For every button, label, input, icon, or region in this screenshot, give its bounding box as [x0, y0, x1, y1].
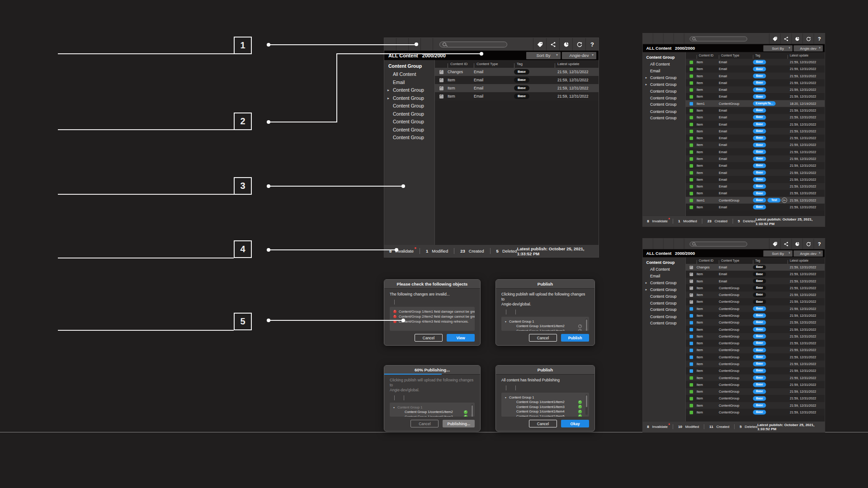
status-square[interactable]	[689, 178, 693, 181]
status-square[interactable]	[689, 266, 693, 269]
status-square[interactable]	[689, 335, 693, 338]
table-row[interactable]: Item ContentGroup Base 21:59, 12/31/2022	[686, 395, 825, 402]
tag-pill[interactable]: Base	[753, 115, 766, 120]
column-header[interactable]: Content ID	[697, 259, 719, 263]
sidebar-item[interactable]: All Content	[643, 61, 685, 68]
status-square[interactable]	[689, 95, 693, 99]
status-square[interactable]	[689, 404, 693, 407]
realm-dropdown[interactable]: Angie-dev	[794, 250, 823, 257]
status-square[interactable]	[689, 136, 693, 140]
tag-pill[interactable]: Base	[753, 389, 766, 394]
table-row[interactable]: Item Email Base 21:59, 12/31/2022	[686, 141, 825, 148]
tag-pill[interactable]: Base	[753, 369, 766, 373]
tag-pill[interactable]: Base	[514, 69, 529, 75]
table-row[interactable]: Item Email Base 21:59, 12/31/2022	[686, 93, 825, 100]
sidebar-item[interactable]: Content Group	[643, 75, 685, 81]
status-square[interactable]	[689, 328, 693, 331]
table-row[interactable]: Item Email Base 21:59, 12/31/2022	[686, 135, 825, 141]
table-row[interactable]: Item Email Base 21:59, 12/31/2022	[686, 107, 825, 114]
status-square[interactable]	[689, 369, 693, 373]
tag-pill[interactable]: Base	[753, 184, 766, 189]
cancel-button[interactable]: Cancel	[529, 334, 557, 342]
sidebar-item[interactable]: Email	[643, 68, 685, 75]
scrollbar-thumb[interactable]	[586, 319, 587, 331]
sidebar-item[interactable]: Content Group	[643, 88, 685, 94]
table-row[interactable]: Item ContentGroup Base 21:59, 12/31/2022	[686, 409, 825, 416]
scrollbar-thumb[interactable]	[472, 405, 473, 417]
tag-pill[interactable]: Base	[753, 361, 766, 366]
status-square[interactable]	[689, 293, 693, 297]
status-square[interactable]	[689, 171, 693, 174]
status-square[interactable]	[689, 272, 693, 276]
sidebar-item[interactable]: Content Group	[384, 118, 434, 126]
tag-pill[interactable]: Base	[753, 272, 766, 277]
sidebar-item[interactable]: All Content	[643, 266, 685, 273]
table-row[interactable]: Item ContentGroup Base 21:59, 12/31/2022	[686, 402, 825, 409]
sidebar-item[interactable]: Content Group	[643, 94, 685, 101]
table-row[interactable]: Changes Email Base 21:59, 12/31/2022	[435, 68, 599, 76]
tag-pill[interactable]: Base	[753, 129, 766, 133]
tag-pill[interactable]: Base	[753, 396, 766, 401]
table-row[interactable]: Item ContentGroup Base 21:59, 12/31/2022	[686, 388, 825, 395]
sidebar-item[interactable]: Content Group	[643, 101, 685, 108]
status-square[interactable]	[689, 342, 693, 345]
table-row[interactable]: Item ContentGroup Base 21:59, 12/31/2022	[686, 367, 825, 374]
table-row[interactable]: Item Email Base 21:59, 12/31/2022	[686, 149, 825, 155]
tag-pill[interactable]: Base	[753, 122, 766, 127]
table-row[interactable]: Item Email Base 21:59, 12/31/2022	[686, 86, 825, 93]
column-header[interactable]: Content Type	[719, 54, 753, 57]
table-row[interactable]: Item ContentGroup Base 21:59, 12/31/2022	[686, 374, 825, 381]
status-square[interactable]	[689, 279, 693, 283]
sidebar-item[interactable]: Email	[643, 273, 685, 280]
realm-dropdown[interactable]: Angie-dev	[794, 45, 823, 52]
tag-icon[interactable]	[769, 239, 780, 249]
sidebar-item[interactable]: Content Group	[643, 293, 685, 300]
table-row[interactable]: Item Email Base 21:59, 12/31/2022	[686, 114, 825, 121]
tag-pill[interactable]: Base	[753, 286, 766, 290]
toolbar-button[interactable]	[643, 33, 653, 44]
tag-pill[interactable]: Base	[753, 60, 766, 64]
table-row[interactable]: Item Email Base 21:59, 12/31/2022	[686, 271, 825, 277]
tag-pill[interactable]: Base	[753, 320, 766, 325]
table-row[interactable]: Item Email Base 21:59, 12/31/2022	[435, 84, 599, 92]
table-row[interactable]: Item ContentGroup Base 21:59, 12/31/2022	[686, 340, 825, 347]
status-square[interactable]	[689, 383, 693, 386]
column-header[interactable]: Content Type	[474, 62, 514, 66]
view-button[interactable]: View	[447, 334, 475, 342]
table-row[interactable]: Item Email Base 21:59, 12/31/2022	[686, 190, 825, 197]
tag-pill[interactable]: Base	[753, 74, 766, 78]
table-row[interactable]: Item ContentGroup Base 21:59, 12/31/2022	[686, 291, 825, 298]
search-input[interactable]	[439, 42, 507, 47]
sidebar-item[interactable]: All Content	[384, 70, 434, 79]
table-row[interactable]: Item Email Base 21:59, 12/31/2022	[686, 80, 825, 86]
status-square[interactable]	[439, 78, 443, 82]
table-row[interactable]: Item ContentGroup Base 21:59, 12/31/2022	[686, 326, 825, 333]
column-header[interactable]: Tag	[514, 62, 555, 66]
help-icon[interactable]	[814, 239, 825, 249]
status-pie-icon[interactable]	[791, 33, 802, 44]
status-square[interactable]	[689, 348, 693, 352]
table-row[interactable]: Item Email Base 21:59, 12/31/2022	[686, 155, 825, 162]
toolbar-button[interactable]	[664, 239, 674, 249]
table-row[interactable]: Item ContentGroup Base 21:59, 12/31/2022	[686, 333, 825, 340]
sidebar-item[interactable]: Content Group	[384, 86, 434, 94]
tag-pill[interactable]: Base	[753, 348, 766, 352]
tag-pill[interactable]: Base	[753, 164, 766, 168]
status-square[interactable]	[689, 192, 693, 195]
status-square[interactable]	[689, 362, 693, 366]
tag-icon[interactable]	[769, 33, 780, 44]
status-square[interactable]	[439, 70, 443, 74]
sort-by-dropdown[interactable]: Sort By	[526, 52, 561, 59]
status-square[interactable]	[689, 206, 693, 209]
status-square[interactable]	[689, 61, 693, 64]
tag-pill[interactable]: Base	[753, 67, 766, 71]
table-row[interactable]: Item Email Base 21:59, 12/31/2022	[686, 128, 825, 135]
status-square[interactable]	[689, 185, 693, 188]
column-header[interactable]: Content Type	[719, 259, 753, 263]
search-input[interactable]	[689, 36, 747, 41]
cancel-button[interactable]: Cancel	[410, 420, 439, 427]
sidebar-item[interactable]: Content Group	[643, 313, 685, 320]
sidebar-item[interactable]: Content Group	[384, 110, 434, 118]
status-square[interactable]	[689, 157, 693, 161]
table-row[interactable]: Item ContentGroup Base 21:59, 12/31/2022	[686, 285, 825, 291]
